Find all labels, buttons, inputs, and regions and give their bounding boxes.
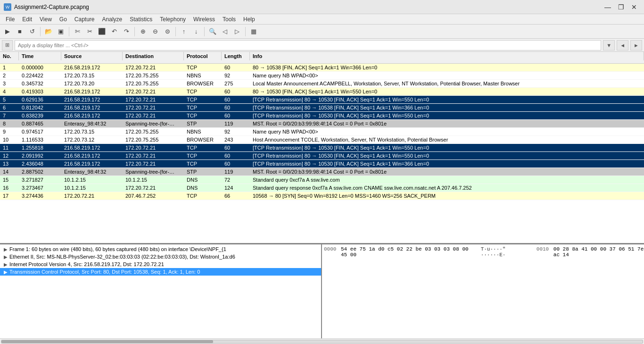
packet-cell-destination: 172.20.72.21 <box>123 104 184 111</box>
toolbar-btn-next[interactable]: ▷ <box>231 26 243 37</box>
filter-nav-next[interactable]: ► <box>630 40 642 50</box>
packet-row[interactable]: 50.629136216.58.219.172172.20.72.21TCP60… <box>0 96 644 104</box>
packet-cell-source: Enterasy_98:4f:32 <box>61 168 123 176</box>
toolbar-btn-cut[interactable]: ✄ <box>72 26 83 37</box>
menu-item-go[interactable]: Go <box>56 15 71 24</box>
toolbar-btn-restart[interactable]: ↺ <box>26 26 38 37</box>
packet-cell-protocol: TCP <box>184 96 222 103</box>
toolbar-btn-paste[interactable]: ⬛ <box>96 26 107 37</box>
menu-item-edit[interactable]: Edit <box>18 15 36 24</box>
toolbar-btn-redo[interactable]: ↷ <box>121 26 132 37</box>
hscroll-area[interactable] <box>0 338 644 344</box>
packet-row[interactable]: 20.224422172.20.73.15172.20.75.255NBNS92… <box>0 72 644 80</box>
bytes-row-hex-1: 00 28 8a 41 00 00 37 06 51 7e d8 3a db a… <box>553 246 644 336</box>
toolbar-btn-open[interactable]: 📂 <box>43 26 54 37</box>
packet-row[interactable]: 70.838239216.58.219.172172.20.72.21TCP60… <box>0 112 644 120</box>
toolbar-btn-zoomin[interactable]: ⊕ <box>137 26 149 37</box>
packet-list-container: No.TimeSourceDestinationProtocolLengthIn… <box>0 52 644 244</box>
column-header-time[interactable]: Time <box>19 52 61 60</box>
packet-row[interactable]: 173.274436172.20.72.21207.46.7.252TCP661… <box>0 192 644 200</box>
packet-cell-time: 3.274436 <box>19 192 61 200</box>
toolbar-btn-undo[interactable]: ↶ <box>108 26 120 37</box>
toolbar-btn-down[interactable]: ↓ <box>190 26 202 37</box>
packet-row[interactable]: 101.116533172.20.73.12172.20.75.255BROWS… <box>0 136 644 144</box>
lower-pane: ▶Frame 1: 60 bytes on wire (480 bits), 6… <box>0 244 644 338</box>
app-icon: W <box>4 3 11 11</box>
menu-item-file[interactable]: File <box>2 15 18 24</box>
column-header-no[interactable]: No. <box>0 52 19 60</box>
packet-cell-length: 60 <box>222 64 250 71</box>
packet-row[interactable]: 10.000000216.58.219.172172.20.72.21TCP60… <box>0 64 644 72</box>
packet-list-scroll[interactable]: 10.000000216.58.219.172172.20.72.21TCP60… <box>0 64 644 205</box>
menu-item-tools[interactable]: Tools <box>219 15 239 24</box>
packet-cell-info: [TCP Retransmission] 80 → 10530 [FIN, AC… <box>250 152 644 159</box>
detail-row-2[interactable]: ▶Internet Protocol Version 4, Src: 216.5… <box>0 260 321 268</box>
filter-expression-button[interactable]: ⊞ <box>2 40 13 50</box>
packet-details[interactable]: ▶Frame 1: 60 bytes on wire (480 bits), 6… <box>0 244 322 338</box>
packet-cell-protocol: TCP <box>184 144 222 151</box>
packet-row[interactable]: 90.974517172.20.73.15172.20.75.255NBNS92… <box>0 128 644 136</box>
detail-row-3[interactable]: ▶Transmission Control Protocol, Src Port… <box>0 268 321 276</box>
bytes-row-offset-1: 0010 <box>537 246 550 336</box>
filter-dropdown-button[interactable]: ▼ <box>603 40 615 50</box>
filter-input[interactable] <box>15 40 601 50</box>
detail-row-1[interactable]: ▶Ethernet II, Src: MS-NLB-PhysServer-32_… <box>0 253 321 260</box>
packet-cell-info: Name query NB WPAD<00> <box>250 128 644 135</box>
packet-cell-source: 216.58.219.172 <box>61 144 123 151</box>
toolbar-btn-zoomout[interactable]: ⊖ <box>149 26 161 37</box>
packet-cell-no: 3 <box>0 80 19 87</box>
toolbar-btn-stop[interactable]: ■ <box>14 26 25 37</box>
packet-row[interactable]: 163.27346710.1.2.15172.20.72.21DNS124Sta… <box>0 184 644 192</box>
close-button[interactable]: ✕ <box>628 2 640 12</box>
maximize-button[interactable]: ❐ <box>615 2 627 12</box>
toolbar-btn-prev[interactable]: ◁ <box>219 26 231 37</box>
menu-item-telephony[interactable]: Telephony <box>156 15 190 24</box>
packet-cell-protocol: NBNS <box>184 72 222 79</box>
toolbar-btn-find[interactable]: 🔍 <box>207 26 218 37</box>
packet-cell-source: 216.58.219.172 <box>61 88 123 95</box>
packet-cell-no: 1 <box>0 64 19 71</box>
packet-cell-protocol: TCP <box>184 104 222 111</box>
packet-cell-no: 12 <box>0 152 19 159</box>
menu-item-wireless[interactable]: Wireless <box>190 15 219 24</box>
minimize-button[interactable]: — <box>602 2 614 12</box>
bytes-row-hex-0: 54 ee 75 1a d0 c5 02 22 be 03 03 03 08 0… <box>341 246 477 336</box>
toolbar-btn-copy[interactable]: ✂ <box>84 26 95 37</box>
menu-item-analyze[interactable]: Analyze <box>99 15 126 24</box>
packet-cell-no: 2 <box>0 72 19 79</box>
hscroll-thumb[interactable] <box>1 340 213 343</box>
packet-cell-source: 216.58.219.172 <box>61 112 123 119</box>
packet-row[interactable]: 60.812042216.58.219.172172.20.72.21TCP60… <box>0 104 644 112</box>
column-header-length[interactable]: Length <box>222 52 250 60</box>
packet-row[interactable]: 111.255818216.58.219.172172.20.72.21TCP6… <box>0 144 644 152</box>
menu-item-view[interactable]: View <box>36 15 56 24</box>
column-header-source[interactable]: Source <box>61 52 123 60</box>
packet-cell-info: [TCP Retransmission] 80 → 10530 [FIN, AC… <box>250 112 644 119</box>
menu-item-help[interactable]: Help <box>239 15 259 24</box>
packet-row[interactable]: 142.887502Enterasy_98:4f:32Spanning-tree… <box>0 168 644 176</box>
filter-nav-prev[interactable]: ◄ <box>617 40 628 50</box>
detail-text-2: Internet Protocol Version 4, Src: 216.58… <box>9 261 164 267</box>
packet-row[interactable]: 40.419303216.58.219.172172.20.72.21TCP60… <box>0 88 644 96</box>
column-header-info[interactable]: Info <box>250 52 644 60</box>
toolbar-btn-up[interactable]: ↑ <box>178 26 190 37</box>
packet-row[interactable]: 30.345732172.20.73.20172.20.75.255BROWSE… <box>0 80 644 88</box>
packet-cell-no: 8 <box>0 120 19 127</box>
column-header-protocol[interactable]: Protocol <box>184 52 222 60</box>
toolbar-btn-recent[interactable]: ▣ <box>55 26 66 37</box>
detail-row-0[interactable]: ▶Frame 1: 60 bytes on wire (480 bits), 6… <box>0 245 321 253</box>
menu-item-capture[interactable]: Capture <box>71 15 99 24</box>
packet-row[interactable]: 80.887465Enterasy_98:4f:32Spanning-tree-… <box>0 120 644 128</box>
menu-item-statistics[interactable]: Statistics <box>126 15 156 24</box>
packet-row[interactable]: 132.436048216.58.219.172172.20.72.21TCP6… <box>0 160 644 168</box>
column-header-destination[interactable]: Destination <box>123 52 184 60</box>
toolbar-btn-columns[interactable]: ▦ <box>248 26 259 37</box>
packet-cell-source: 172.20.73.20 <box>61 80 123 87</box>
packet-row[interactable]: 153.27182710.1.2.1510.1.2.15DNS72Standar… <box>0 176 644 184</box>
packet-row[interactable]: 122.091992216.58.219.172172.20.72.21TCP6… <box>0 152 644 160</box>
toolbar-btn-start[interactable]: ▶ <box>2 26 13 37</box>
toolbar-btn-normal[interactable]: ⊜ <box>162 26 173 37</box>
packet-cell-length: 60 <box>222 144 250 151</box>
packet-cell-destination: Spanning-tree-(for-… <box>123 168 184 176</box>
packet-cell-destination: 172.20.72.21 <box>123 112 184 119</box>
